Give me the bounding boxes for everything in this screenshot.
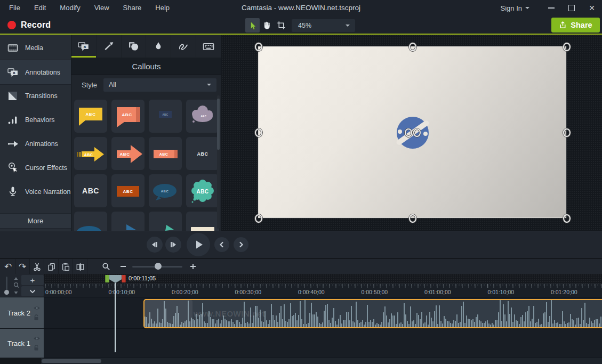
menu-item-share[interactable]: Share <box>116 0 149 16</box>
track-1-lane[interactable] <box>44 329 602 358</box>
track-height-slider-knob[interactable] <box>4 290 9 295</box>
panel-scrollbar-thumb[interactable] <box>217 99 220 150</box>
hand-icon <box>262 21 271 30</box>
resize-handle-s[interactable] <box>409 214 416 223</box>
callout-tile-arrow-salmon[interactable]: ABC <box>111 137 145 170</box>
playhead-line[interactable] <box>115 283 116 352</box>
track-visibility-toggle[interactable] <box>33 336 41 341</box>
callout-tile-partial-bar[interactable] <box>186 212 219 231</box>
audio-clip[interactable]: www.NEOWIN.net <box>143 299 602 328</box>
callout-tile-ellipse-blue[interactable]: ABC <box>149 174 182 207</box>
step-backward-button[interactable] <box>147 237 163 253</box>
previous-clip-button[interactable] <box>214 237 229 252</box>
minimize-button[interactable] <box>541 0 561 16</box>
callout-tile-speech-yellow[interactable]: ABC <box>74 100 107 133</box>
redo-button[interactable]: ↷ <box>15 259 30 274</box>
tab-blur-highlight[interactable] <box>146 35 171 58</box>
menu-item-view[interactable]: View <box>87 0 116 16</box>
style-dropdown[interactable]: All <box>103 78 216 92</box>
svg-text:ABC: ABC <box>123 189 133 194</box>
tab-shapes[interactable] <box>122 35 147 58</box>
callout-tile-text-small[interactable]: ABC <box>186 137 219 170</box>
tab-keystroke[interactable] <box>196 35 221 58</box>
sidebar-more-button[interactable]: More <box>0 213 71 229</box>
anchor-handle-right[interactable] <box>413 128 421 137</box>
close-button[interactable]: ✕ <box>582 0 602 16</box>
sign-in-button[interactable]: Sign In <box>501 4 529 12</box>
timeline-zoom-button[interactable] <box>99 259 113 274</box>
track-2-lane[interactable]: www.NEOWIN.net <box>44 297 602 328</box>
step-forward-button[interactable] <box>165 237 181 253</box>
track-lock-toggle[interactable] <box>33 344 41 351</box>
sidebar-item-voice-narration[interactable]: Voice Narration <box>0 180 71 204</box>
resize-handle-w[interactable] <box>255 128 262 137</box>
sidebar-item-annotations[interactable]: aAnnotations <box>0 60 71 85</box>
sidebar-item-label: Cursor Effects <box>25 164 67 172</box>
undo-button[interactable]: ↶ <box>1 259 15 274</box>
menu-item-modify[interactable]: Modify <box>53 0 87 16</box>
menu-item-file[interactable]: File <box>2 0 27 16</box>
callout-tile-speech-fold[interactable]: ABC <box>111 100 145 133</box>
timeline-zoom-in-button[interactable] <box>187 259 199 274</box>
select-tool-button[interactable] <box>245 18 260 33</box>
track-header-track-1[interactable]: Track 1 <box>0 329 44 358</box>
add-track-button[interactable]: + <box>21 275 44 285</box>
timeline-header-strip[interactable]: 0:00:11;05 <box>0 274 602 284</box>
track-header-track-2[interactable]: Track 2 <box>0 297 44 328</box>
callout-tile-partial-triangle[interactable] <box>111 212 145 231</box>
sidebar-item-animations[interactable]: Animations <box>0 132 71 156</box>
callout-tile-partial-ellipse[interactable] <box>74 212 107 231</box>
svg-text:ABC: ABC <box>122 112 132 117</box>
sidebar-item-media[interactable]: Media <box>0 36 71 60</box>
maximize-button[interactable] <box>561 0 582 16</box>
resize-handle-sw[interactable] <box>255 214 262 223</box>
sidebar-item-transitions[interactable]: Transitions <box>0 84 71 108</box>
sidebar-item-behaviors[interactable]: Behaviors <box>0 108 71 132</box>
tab-sketch-motion[interactable] <box>171 35 196 58</box>
callout-tile-partial-triangle2[interactable] <box>149 212 182 231</box>
callout-tile-scallop-teal[interactable]: ABC <box>186 174 219 207</box>
menu-item-edit[interactable]: Edit <box>27 0 53 16</box>
resize-handle-e[interactable] <box>563 128 571 137</box>
crop-tool-button[interactable] <box>274 18 288 33</box>
resize-handle-ne[interactable] <box>563 43 571 51</box>
copy-button[interactable] <box>44 259 59 274</box>
next-clip-button[interactable] <box>234 237 248 252</box>
cursor-arrow-icon <box>248 21 258 30</box>
sidebar-item-cursor-effects[interactable]: Cursor Effects <box>0 156 71 180</box>
canvas[interactable] <box>221 35 602 231</box>
selection-in-handle[interactable] <box>105 275 109 282</box>
timeline-ruler[interactable]: 0:00:00;000:00:10;000:00:20;000:00:30;00… <box>0 284 602 297</box>
track-lock-toggle[interactable] <box>33 314 41 321</box>
record-button[interactable]: Record <box>4 16 54 34</box>
pan-tool-button[interactable] <box>260 18 274 33</box>
callout-tile-text-large[interactable]: ABC <box>74 174 107 207</box>
tab-arrows-lines[interactable] <box>97 35 122 58</box>
canvas-zoom-dropdown[interactable]: 45% <box>292 19 355 32</box>
timeline-zoom-slider-knob[interactable] <box>155 263 162 270</box>
playhead-marker[interactable] <box>109 275 122 283</box>
timeline-zoom-out-button[interactable] <box>117 259 129 274</box>
timeline-hscrollbar[interactable] <box>0 358 602 364</box>
collapse-tracks-button[interactable] <box>21 286 44 296</box>
callout-tile-rect-rust[interactable]: ABC <box>111 174 145 207</box>
split-button[interactable] <box>73 259 87 274</box>
callout-tile-cloud[interactable]: ABC <box>186 100 219 133</box>
tab-callouts[interactable]: a <box>71 35 97 58</box>
hscrollbar-thumb[interactable] <box>42 359 101 363</box>
resize-handle-n[interactable] <box>409 43 416 51</box>
callout-tile-arrow-yellow[interactable]: ABC <box>74 137 107 170</box>
menu-item-help[interactable]: Help <box>148 0 176 16</box>
anchor-handle-left[interactable] <box>405 128 412 137</box>
callout-tile-rect-salmon[interactable]: ABC <box>149 137 182 170</box>
paste-button[interactable] <box>59 259 73 274</box>
track-visibility-toggle[interactable] <box>33 305 41 311</box>
play-button[interactable] <box>187 233 210 256</box>
share-button[interactable]: Share <box>551 18 600 33</box>
callout-tile-rect-navy[interactable]: ABC <box>149 100 182 133</box>
resize-handle-se[interactable] <box>563 214 571 223</box>
selection-out-handle[interactable] <box>122 275 126 282</box>
resize-handle-nw[interactable] <box>255 43 262 51</box>
cut-button[interactable] <box>30 259 44 274</box>
preview-media[interactable] <box>258 46 566 218</box>
